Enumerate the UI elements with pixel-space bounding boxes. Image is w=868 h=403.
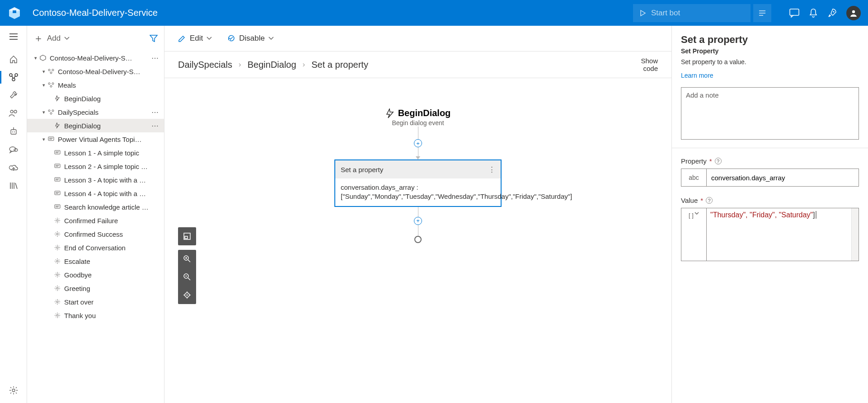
topic-icon xyxy=(53,204,61,210)
show-code-button[interactable]: Show code xyxy=(641,57,658,73)
tree-pva[interactable]: ▾ Power Virtual Agents Topi… xyxy=(27,132,164,146)
zoom-out-icon xyxy=(183,273,191,281)
breadcrumb-item[interactable]: BeginDialog xyxy=(248,60,296,70)
start-bot-button[interactable]: Start bot xyxy=(633,4,751,22)
dialog-tree-icon xyxy=(47,82,55,88)
svg-marker-41 xyxy=(56,96,59,101)
add-step-button[interactable]: + xyxy=(414,217,422,225)
property-input[interactable] xyxy=(707,169,859,186)
value-type-prefix[interactable]: [ ] xyxy=(681,208,707,261)
rail-design[interactable] xyxy=(0,68,27,86)
tree-confirmed-success[interactable]: Confirmed Success xyxy=(27,227,164,241)
value-input-row: [ ] "Thursday", "Friday", "Saturday"] xyxy=(681,208,859,261)
svg-point-37 xyxy=(50,72,52,74)
tree-escalate[interactable]: Escalate xyxy=(27,254,164,268)
tree-label: Goodbye xyxy=(64,271,160,279)
tree-dailyspecials[interactable]: ▾ DailySpecials ⋯ xyxy=(27,105,164,119)
rocket-icon xyxy=(827,8,837,18)
rail-settings[interactable] xyxy=(0,381,27,399)
rail-qna[interactable] xyxy=(0,141,27,159)
scrollbar[interactable] xyxy=(851,208,859,261)
project-tree[interactable]: ▾ Contoso-Meal-Delivery-S… ⋯ ▾ Contoso-M… xyxy=(27,51,164,403)
bell-icon xyxy=(809,8,818,18)
filter-button[interactable] xyxy=(150,34,158,42)
plus-icon: ＋ xyxy=(33,32,43,45)
edit-button[interactable]: Edit xyxy=(178,34,212,43)
gear-icon xyxy=(53,258,61,264)
rail-people[interactable] xyxy=(0,104,27,122)
tree-thankyou[interactable]: Thank you xyxy=(27,309,164,322)
more-icon[interactable]: ⋯ xyxy=(150,122,160,130)
flow-canvas[interactable]: BeginDialog Begin dialog event + Set a p… xyxy=(164,78,671,403)
canvas-toolbar: Edit Disable xyxy=(164,26,671,51)
zoom-in-button[interactable] xyxy=(178,250,196,268)
breadcrumb: DailySpecials › BeginDialog › Set a prop… xyxy=(178,60,641,70)
tree-dailyspecials-begin[interactable]: BeginDialog ⋯ xyxy=(27,119,164,132)
notifications-button[interactable] xyxy=(804,4,823,22)
gear-icon xyxy=(53,272,61,278)
tree-lesson4[interactable]: Lesson 4 - A topic with a … xyxy=(27,187,164,200)
add-button[interactable]: ＋ Add xyxy=(33,32,70,45)
recenter-button[interactable] xyxy=(178,286,196,304)
minimap-icon xyxy=(183,232,191,240)
play-icon xyxy=(639,9,647,17)
panel-description: Set property to a value. xyxy=(681,58,859,66)
minimap-button[interactable] xyxy=(178,227,196,245)
tree-label: Greeting xyxy=(64,285,160,292)
more-icon[interactable]: ⋯ xyxy=(150,108,160,117)
topic-icon xyxy=(53,150,61,155)
help-icon[interactable]: ? xyxy=(706,197,713,204)
help-icon[interactable]: ? xyxy=(715,158,722,164)
breadcrumb-item[interactable]: Set a property xyxy=(311,60,368,70)
tree-lesson1[interactable]: Lesson 1 - A simple topic xyxy=(27,146,164,159)
tree-end-conversation[interactable]: End of Conversation xyxy=(27,241,164,254)
user-avatar[interactable] xyxy=(846,6,861,20)
rail-library[interactable] xyxy=(0,177,27,195)
tree-label: Thank you xyxy=(64,312,160,319)
rocket-button[interactable] xyxy=(823,4,842,22)
tree-label: Lesson 2 - A simple topic … xyxy=(64,163,160,170)
svg-line-81 xyxy=(188,278,190,280)
svg-point-36 xyxy=(52,69,54,71)
tree-searchkb[interactable]: Search knowledge article … xyxy=(27,200,164,214)
rail-bot[interactable] xyxy=(0,122,27,141)
value-code-input[interactable]: "Thursday", "Friday", "Saturday"] xyxy=(707,208,851,261)
note-input[interactable] xyxy=(681,87,859,140)
tree-lesson2[interactable]: Lesson 2 - A simple topic … xyxy=(27,159,164,173)
tree-meals-begin[interactable]: BeginDialog xyxy=(27,92,164,105)
svg-point-42 xyxy=(48,110,50,112)
svg-point-38 xyxy=(48,83,50,84)
tree-meals[interactable]: ▾ Meals xyxy=(27,78,164,92)
more-icon[interactable]: ⋮ xyxy=(488,165,495,173)
tree-greeting[interactable]: Greeting xyxy=(27,281,164,295)
tree-root[interactable]: ▾ Contoso-Meal-Delivery-S… ⋯ xyxy=(27,51,164,65)
tree-goodbye[interactable]: Goodbye xyxy=(27,268,164,281)
breadcrumb-item[interactable]: DailySpecials xyxy=(178,60,232,70)
begin-dialog-node[interactable]: BeginDialog Begin dialog event xyxy=(385,108,451,127)
tree-startover[interactable]: Start over xyxy=(27,295,164,309)
chat-icon-button[interactable] xyxy=(785,4,804,22)
zoom-out-button[interactable] xyxy=(178,268,196,286)
package-icon xyxy=(39,55,47,61)
more-icon[interactable]: ⋯ xyxy=(150,54,160,62)
svg-rect-58 xyxy=(55,191,60,195)
disable-button[interactable]: Disable xyxy=(227,34,274,43)
hamburger-button[interactable] xyxy=(0,28,27,46)
add-step-button[interactable]: + xyxy=(414,139,422,147)
learn-more-link[interactable]: Learn more xyxy=(681,72,859,79)
set-property-card[interactable]: Set a property ⋮ conversation.days_array… xyxy=(334,159,502,207)
tree-label: Meals xyxy=(58,81,160,89)
tree-confirmed-failure[interactable]: Confirmed Failure xyxy=(27,214,164,227)
svg-rect-55 xyxy=(55,178,60,181)
tree-lesson3[interactable]: Lesson 3 - A topic with a … xyxy=(27,173,164,187)
app-logo[interactable] xyxy=(7,6,22,20)
rail-wrench[interactable] xyxy=(0,86,27,104)
property-type-prefix[interactable]: abc xyxy=(681,169,707,186)
svg-marker-34 xyxy=(40,55,46,61)
rail-publish[interactable] xyxy=(0,159,27,177)
start-bot-menu[interactable] xyxy=(753,4,771,22)
tree-label: DailySpecials xyxy=(58,108,150,116)
tree-bot[interactable]: ▾ Contoso-Meal-Delivery-S… xyxy=(27,65,164,78)
canvas-area: Edit Disable DailySpecials › BeginDialog… xyxy=(164,26,672,403)
rail-home[interactable] xyxy=(0,50,27,68)
